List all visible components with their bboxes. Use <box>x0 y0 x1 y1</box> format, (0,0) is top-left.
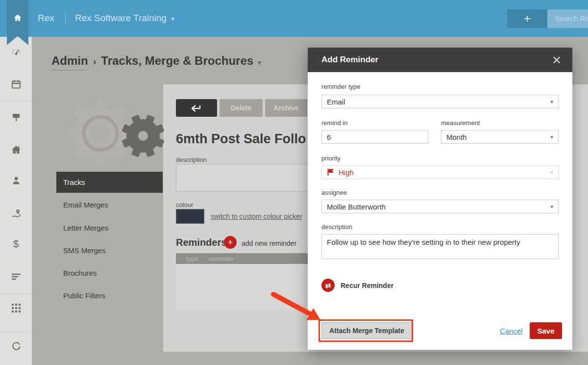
assignee-value: Mollie Butterworth <box>327 203 386 211</box>
sidebar-item-contacts[interactable] <box>0 170 32 191</box>
save-button[interactable]: Save <box>530 322 562 339</box>
signboard-icon <box>10 111 22 123</box>
modal-header: Add Reminder ✕ <box>308 48 572 72</box>
breadcrumb: Admin › Tracks, Merge & Brochures ▾ <box>51 54 261 71</box>
sidebar-rail: $ <box>0 37 32 365</box>
modal-description-label: description <box>321 223 352 231</box>
measurement-label: measurement <box>441 119 480 127</box>
description-label: description <box>176 156 207 163</box>
breadcrumb-admin[interactable]: Admin <box>51 54 88 71</box>
flag-icon <box>327 168 334 176</box>
column-reminder: reminder <box>209 255 234 262</box>
archive-button[interactable]: Archive <box>265 99 307 117</box>
assignee-select[interactable]: Mollie Butterworth ▾ <box>321 200 559 213</box>
colour-label: colour <box>176 201 193 209</box>
grid-icon <box>11 303 22 313</box>
house-icon <box>10 144 22 156</box>
modal-description-textarea[interactable]: Follow up to see how they're setting in … <box>321 234 559 259</box>
measurement-select[interactable]: Month ▾ <box>441 130 559 144</box>
dollar-icon: $ <box>13 238 19 250</box>
reminder-type-value: Email <box>327 98 345 106</box>
back-arrow-icon <box>190 104 203 112</box>
add-new-reminder-label[interactable]: add new reminder <box>242 239 296 247</box>
delete-button[interactable]: Delete <box>220 99 263 117</box>
sidebar-item-listings[interactable] <box>0 106 32 128</box>
priority-label: priority <box>321 155 341 162</box>
reminders-heading: Reminders <box>176 237 226 248</box>
home-icon <box>13 13 23 23</box>
chevron-down-icon: ▾ <box>550 99 553 105</box>
chevron-down-icon: ▾ <box>550 204 553 210</box>
back-button[interactable] <box>176 99 217 117</box>
filter-lines-icon <box>10 270 22 282</box>
column-type: type <box>186 255 198 262</box>
workspace-switcher[interactable]: Rex Software Training▾ <box>75 13 174 24</box>
rail-separator <box>0 101 32 101</box>
recur-reminder-toggle[interactable]: ⇄ Recur Reminder <box>321 279 393 292</box>
chevron-down-icon: ▾ <box>171 15 174 23</box>
calendar-icon <box>10 78 22 90</box>
menu-item-sms-merges[interactable]: SMS Merges <box>56 240 163 261</box>
map-pin-icon <box>10 208 22 219</box>
person-icon <box>10 175 22 186</box>
reminder-type-label: reminder type <box>321 83 360 90</box>
breadcrumb-separator: › <box>93 56 97 67</box>
menu-item-letter-merges[interactable]: Letter Merges <box>56 217 163 238</box>
priority-select[interactable]: High ▾ <box>321 165 559 179</box>
track-title: 6mth Post Sale Follo <box>176 131 306 147</box>
workspace-label: Rex Software Training <box>75 13 167 23</box>
menu-item-email-merges[interactable]: Email Merges <box>56 194 163 215</box>
brand-label: Rex <box>38 13 54 24</box>
sidebar-item-apps[interactable] <box>0 297 32 319</box>
recur-reminder-label: Recur Reminder <box>341 282 393 289</box>
topbar-divider <box>65 12 66 26</box>
menu-item-brochures[interactable]: Brochures <box>56 262 163 284</box>
attach-merge-template-button[interactable]: Attach Merge Template <box>321 322 412 339</box>
close-icon[interactable]: ✕ <box>549 52 564 68</box>
measurement-value: Month <box>446 133 467 141</box>
sidebar-item-properties[interactable] <box>0 139 32 160</box>
menu-item-tracks[interactable]: Tracks <box>56 172 163 193</box>
chevron-down-icon: ▾ <box>550 134 553 140</box>
sync-icon <box>10 340 22 352</box>
rail-separator <box>0 331 32 332</box>
sidebar-item-map[interactable] <box>0 203 32 224</box>
add-button[interactable]: + <box>507 9 547 28</box>
sidebar-item-sync[interactable] <box>0 335 32 357</box>
sidebar-item-financials[interactable]: $ <box>0 233 32 255</box>
remind-in-label: remind in <box>321 119 347 127</box>
sidebar-item-lists[interactable] <box>0 265 32 287</box>
priority-value: High <box>339 168 354 177</box>
settings-gears-illustration <box>64 96 169 167</box>
custom-colour-picker-link[interactable]: switch to custom colour picker <box>211 212 302 220</box>
add-reminder-modal: Add Reminder ✕ reminder type Email ▾ rem… <box>308 48 572 350</box>
menu-item-public-filters[interactable]: Public Filters <box>56 285 163 306</box>
add-reminder-button[interactable]: + <box>224 236 237 249</box>
search-input[interactable]: Search Re <box>547 9 588 28</box>
cancel-link[interactable]: Cancel <box>500 327 523 335</box>
recur-arrows-glyph: ⇄ <box>325 282 331 289</box>
plus-icon: + <box>524 12 531 26</box>
top-navigation-bar: Rex Rex Software Training▾ + Search Re <box>0 0 588 37</box>
breadcrumb-page[interactable]: Tracks, Merge & Brochures <box>101 54 253 68</box>
app-screen: Rex Rex Software Training▾ + Search Re <box>0 0 588 365</box>
rail-separator <box>0 293 32 294</box>
colour-swatch[interactable] <box>176 209 204 224</box>
chevron-down-icon: ▾ <box>550 169 553 176</box>
remind-in-input[interactable] <box>321 130 428 144</box>
dashboard-icon <box>10 47 22 58</box>
modal-title: Add Reminder <box>321 55 378 65</box>
reminder-type-select[interactable]: Email ▾ <box>321 95 559 108</box>
recur-icon: ⇄ <box>321 279 335 292</box>
sidebar-item-calendar[interactable] <box>0 74 32 95</box>
assignee-label: assignee <box>321 189 347 196</box>
chevron-down-icon[interactable]: ▾ <box>258 59 261 66</box>
plus-icon: + <box>228 237 233 248</box>
sidebar-item-dashboard[interactable] <box>0 42 32 63</box>
